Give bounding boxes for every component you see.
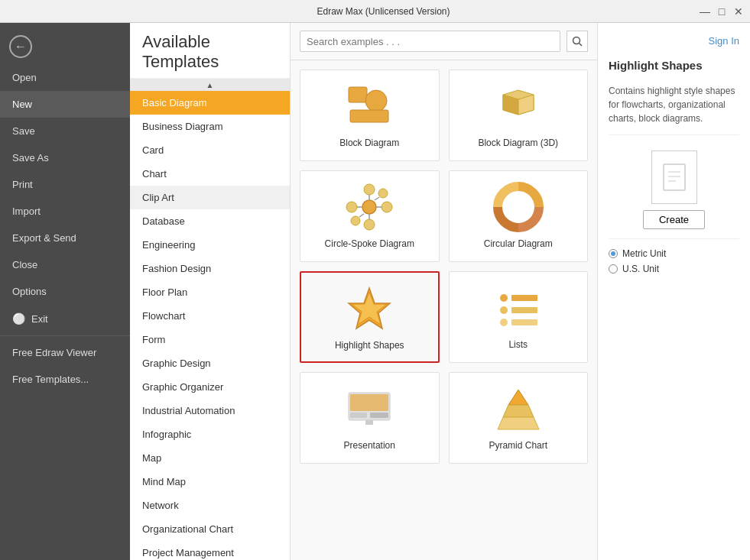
sidebar-item-print[interactable]: Print: [0, 171, 130, 198]
right-panel: Sign In Highlight Shapes Contains highli…: [597, 23, 750, 560]
category-item-engineering[interactable]: Engineering: [130, 233, 290, 257]
search-button[interactable]: [567, 31, 588, 52]
create-button[interactable]: Create: [643, 210, 705, 229]
svg-rect-4: [350, 110, 388, 122]
svg-line-20: [359, 214, 364, 217]
template-label-circular: Circular Diagram: [484, 238, 553, 251]
template-icon-presentation: [343, 382, 396, 435]
category-item-mindmap[interactable]: Mind Map: [130, 470, 290, 494]
template-item-pyramid-chart[interactable]: Pyramid Chart: [449, 372, 589, 464]
us-unit-radio[interactable]: U.S. Unit: [609, 264, 739, 274]
template-item-block-diagram[interactable]: Block Diagram: [300, 70, 440, 161]
template-label-presentation: Presentation: [344, 440, 395, 452]
sidebar-item-options[interactable]: Options: [0, 278, 130, 305]
sign-in-link[interactable]: Sign In: [709, 35, 739, 47]
create-section: Create: [609, 151, 739, 229]
category-item-card[interactable]: Card: [130, 138, 290, 162]
category-item-industrial[interactable]: Industrial Automation: [130, 399, 290, 422]
svg-rect-33: [370, 413, 388, 418]
template-item-presentation[interactable]: Presentation: [300, 372, 440, 464]
svg-point-19: [351, 216, 360, 225]
template-item-block-diagram-3d[interactable]: Block Diagram (3D): [449, 70, 589, 161]
svg-rect-32: [350, 413, 367, 418]
svg-rect-34: [365, 420, 373, 425]
category-item-form[interactable]: Form: [130, 328, 290, 351]
right-panel-divider: [609, 134, 739, 135]
template-label-block-diagram-3d: Block Diagram (3D): [478, 138, 558, 150]
svg-point-28: [500, 319, 508, 326]
sidebar: ← Open New Save Save As Print Import Exp…: [0, 23, 130, 560]
right-panel-divider-2: [609, 238, 739, 239]
close-button[interactable]: ✕: [733, 6, 744, 17]
category-item-floorplan[interactable]: Floor Plan: [130, 280, 290, 304]
right-panel-title: Highlight Shapes: [609, 59, 739, 72]
svg-rect-25: [511, 295, 537, 301]
svg-point-8: [362, 200, 376, 214]
template-icon-circle-spoke: [343, 180, 396, 234]
category-item-project[interactable]: Project Management: [130, 541, 290, 560]
svg-point-0: [573, 37, 580, 44]
template-item-highlight-shapes[interactable]: ➜ Highlight Shapes: [300, 271, 440, 363]
metric-unit-radio-circle: [609, 249, 618, 258]
sidebar-item-save[interactable]: Save: [0, 118, 130, 144]
template-item-lists[interactable]: Lists: [449, 271, 589, 363]
template-label-pyramid-chart: Pyramid Chart: [489, 440, 547, 452]
category-item-map[interactable]: Map: [130, 446, 290, 470]
svg-marker-36: [503, 405, 534, 417]
sidebar-item-free-templates[interactable]: Free Templates...: [0, 366, 130, 393]
back-button[interactable]: ←: [0, 29, 130, 64]
svg-point-26: [500, 306, 508, 314]
sidebar-item-close[interactable]: Close: [0, 251, 130, 278]
svg-line-1: [580, 44, 583, 47]
restore-button[interactable]: □: [716, 6, 727, 17]
category-item-orgchart[interactable]: Organizational Chart: [130, 517, 290, 541]
template-label-circle-spoke: Circle-Spoke Diagram: [325, 238, 414, 251]
svg-point-24: [500, 294, 508, 302]
template-label-highlight-shapes: Highlight Shapes: [335, 340, 404, 352]
template-icon-lists: [492, 281, 545, 335]
category-item-network[interactable]: Network: [130, 494, 290, 517]
metric-unit-radio[interactable]: Metric Unit: [609, 248, 739, 259]
sidebar-item-save-as[interactable]: Save As: [0, 144, 130, 171]
template-icon-block-diagram-3d: [492, 79, 545, 133]
sidebar-item-new[interactable]: New: [0, 91, 130, 118]
create-preview-icon: [651, 151, 697, 204]
category-item-fashion[interactable]: Fashion Design: [130, 257, 290, 280]
sidebar-item-exit[interactable]: ⚪ Exit: [0, 305, 130, 332]
us-unit-radio-circle: [609, 264, 618, 274]
sidebar-item-open[interactable]: Open: [0, 64, 130, 91]
search-input[interactable]: [300, 31, 560, 52]
svg-point-9: [364, 184, 375, 195]
svg-rect-31: [350, 394, 388, 411]
category-item-basic[interactable]: Basic Diagram: [130, 91, 290, 115]
category-item-flowchart[interactable]: Flowchart: [130, 304, 290, 328]
category-item-graphicdesign[interactable]: Graphic Design: [130, 351, 290, 375]
category-item-clipart[interactable]: Clip Art: [130, 186, 290, 209]
us-unit-label: U.S. Unit: [622, 264, 659, 274]
exit-icon: ⚪: [12, 312, 25, 325]
category-item-infographic[interactable]: Infographic: [130, 422, 290, 446]
category-item-business[interactable]: Business Diagram: [130, 115, 290, 138]
category-item-database[interactable]: Database: [130, 209, 290, 233]
svg-rect-29: [511, 319, 537, 325]
template-icon-pyramid-chart: [492, 382, 545, 435]
sidebar-item-import[interactable]: Import: [0, 198, 130, 225]
search-bar-row: [291, 23, 597, 60]
category-item-graphicorg[interactable]: Graphic Organizer: [130, 375, 290, 399]
svg-point-17: [378, 189, 388, 198]
template-item-circle-spoke[interactable]: Circle-Spoke Diagram: [300, 170, 440, 262]
template-icon-circular: [492, 180, 545, 234]
category-item-chart[interactable]: Chart: [130, 162, 290, 186]
svg-point-3: [365, 90, 387, 112]
svg-rect-38: [664, 164, 685, 190]
template-category-list: ▲ Basic DiagramBusiness DiagramCardChart…: [130, 79, 290, 560]
sidebar-item-export[interactable]: Export & Send: [0, 225, 130, 251]
scroll-up-arrow[interactable]: ▲: [130, 79, 290, 91]
right-panel-description: Contains highlight style shapes for flow…: [609, 84, 739, 125]
svg-point-15: [346, 202, 357, 212]
template-grid: Block Diagram Block Diagram (3D): [300, 70, 588, 464]
metric-unit-label: Metric Unit: [622, 248, 666, 259]
sidebar-item-free-viewer[interactable]: Free Edraw Viewer: [0, 339, 130, 366]
minimize-button[interactable]: —: [700, 6, 710, 17]
template-item-circular[interactable]: Circular Diagram: [449, 170, 589, 262]
